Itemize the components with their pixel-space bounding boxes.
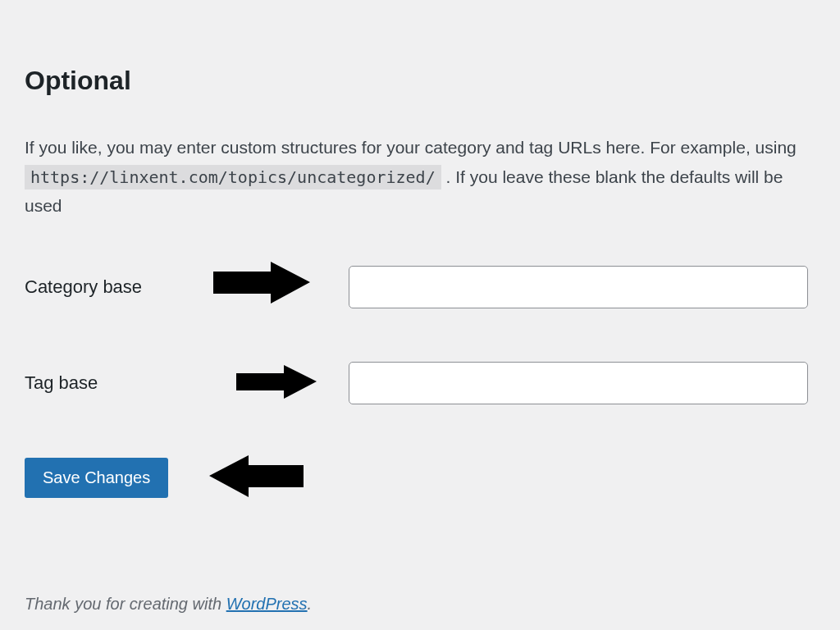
save-changes-button[interactable]: Save Changes	[25, 458, 168, 498]
arrow-left-icon	[209, 454, 304, 499]
tag-base-row: Tag base	[25, 362, 815, 404]
category-base-input[interactable]	[349, 266, 808, 308]
svg-marker-0	[213, 262, 310, 304]
wordpress-link[interactable]: WordPress	[226, 595, 308, 613]
section-heading: Optional	[25, 66, 815, 96]
footer-credit: Thank you for creating with WordPress.	[25, 595, 312, 614]
footer-text-after: .	[308, 595, 313, 613]
section-description: If you like, you may enter custom struct…	[25, 133, 815, 221]
submit-row: Save Changes	[25, 458, 815, 498]
svg-marker-1	[236, 365, 317, 399]
tag-base-label: Tag base	[25, 372, 205, 394]
arrow-right-icon	[236, 363, 318, 400]
optional-permalink-section: Optional If you like, you may enter cust…	[0, 0, 840, 498]
svg-marker-2	[209, 455, 304, 497]
description-url-example: https://linxent.com/topics/uncategorized…	[25, 165, 441, 189]
tag-base-input[interactable]	[349, 362, 808, 404]
arrow-right-icon	[213, 260, 312, 305]
category-base-label: Category base	[25, 276, 205, 298]
description-text-before: If you like, you may enter custom struct…	[25, 138, 797, 157]
category-base-row: Category base	[25, 266, 815, 308]
footer-text-before: Thank you for creating with	[25, 595, 226, 613]
